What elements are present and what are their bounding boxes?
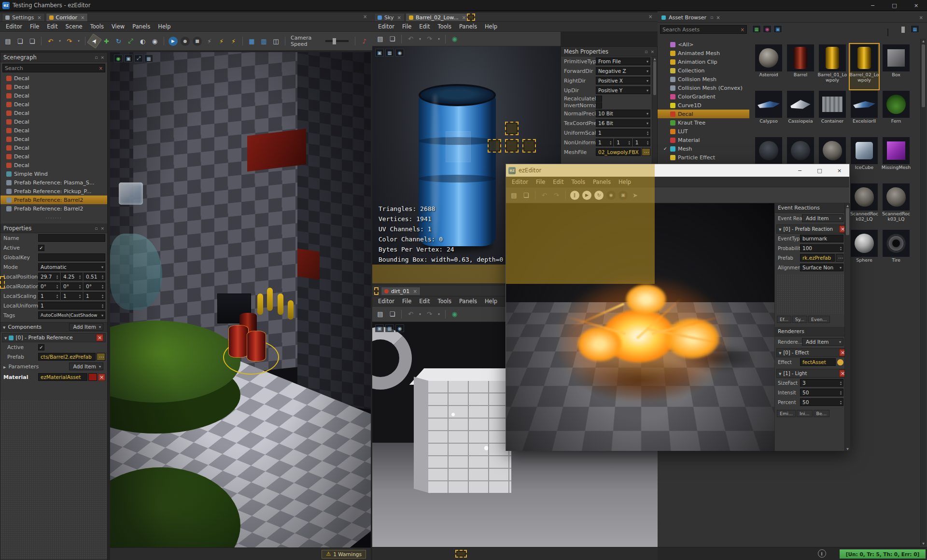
tab-close-icon[interactable] bbox=[397, 15, 401, 20]
asset-thumbnail[interactable]: Cassiopeia bbox=[786, 90, 815, 136]
nonuniform-z-spinner[interactable]: 1 bbox=[633, 139, 650, 146]
tabbar-close-icon[interactable] bbox=[363, 14, 367, 19]
camera-icon[interactable] bbox=[395, 324, 404, 332]
tags-dropdown[interactable]: AutoColMesh|CastShadow bbox=[38, 311, 105, 319]
close-button[interactable]: × bbox=[829, 164, 849, 177]
save-icon[interactable] bbox=[2, 36, 14, 46]
asset-browser-header[interactable]: Asset Browser bbox=[658, 13, 927, 23]
asset-thumbnail[interactable]: Box bbox=[881, 43, 911, 90]
asset-thumbnail[interactable]: ScannedRock02_LQ bbox=[849, 182, 879, 229]
nonuniform-x-spinner[interactable]: 1 bbox=[596, 139, 613, 146]
asset-thumbnail[interactable]: Calypso bbox=[754, 90, 784, 136]
document-tab[interactable]: Corridor bbox=[46, 13, 88, 21]
asset-thumbnail[interactable]: MissingMesh bbox=[881, 136, 911, 182]
menu-item[interactable]: File bbox=[26, 22, 43, 31]
active-checkbox[interactable] bbox=[38, 245, 44, 251]
undo-history-icon[interactable] bbox=[417, 309, 423, 320]
asset-type-item[interactable]: Decal bbox=[658, 110, 749, 118]
clear-search-icon[interactable] bbox=[741, 27, 744, 32]
scenegraph-node[interactable]: Decal bbox=[0, 135, 107, 143]
probability-spinner[interactable]: 100 bbox=[800, 244, 843, 252]
document-tab[interactable]: Sky bbox=[374, 13, 405, 21]
float-panel-icon[interactable] bbox=[710, 15, 713, 20]
copy-icon[interactable] bbox=[387, 34, 398, 44]
grid-icon[interactable] bbox=[246, 36, 257, 46]
asset-thumbnail[interactable]: IceCube bbox=[849, 136, 879, 182]
scenegraph-node[interactable]: Decal bbox=[0, 143, 107, 152]
panel-tab[interactable]: Be... bbox=[814, 410, 829, 417]
camera-speed-slider[interactable] bbox=[325, 40, 349, 42]
material-asset-field[interactable]: ezMaterialAsset bbox=[38, 373, 87, 381]
pivot-icon[interactable] bbox=[149, 36, 160, 46]
menu-item[interactable]: Panels bbox=[455, 297, 481, 306]
properties-header[interactable]: Properties bbox=[0, 224, 107, 233]
grid-icon[interactable] bbox=[385, 324, 394, 332]
minimize-button[interactable]: ─ bbox=[862, 0, 884, 11]
translate-gizmo-icon[interactable] bbox=[101, 36, 112, 46]
filter-meshes-icon[interactable] bbox=[752, 25, 761, 33]
panel-tab[interactable]: Emi... bbox=[777, 410, 796, 417]
asset-thumbnail[interactable]: Barrel_02_Lowpoly bbox=[849, 43, 879, 90]
browse-file-button[interactable] bbox=[642, 148, 650, 156]
thumbnail-size-slider[interactable] bbox=[887, 28, 888, 36]
renderers-header[interactable]: Renderers bbox=[775, 327, 850, 336]
asset-type-item[interactable]: Animated Mesh bbox=[658, 49, 749, 57]
pause-status-icon[interactable] bbox=[818, 549, 826, 558]
scenegraph-node[interactable]: Decal bbox=[0, 100, 107, 109]
scrollbar[interactable]: ▲▼ bbox=[920, 39, 926, 546]
position-y-spinner[interactable]: 4.25 bbox=[61, 273, 83, 280]
document-tab[interactable]: Barrel_02_Low... bbox=[406, 13, 469, 21]
menu-item[interactable]: Editor bbox=[374, 297, 398, 306]
expand-icon[interactable] bbox=[3, 364, 6, 370]
add-parameter-button[interactable]: Add Item bbox=[69, 363, 103, 370]
panel-tab[interactable]: Sy... bbox=[792, 316, 807, 323]
scenegraph-node[interactable]: Prefab Reference: Plasma_S... bbox=[0, 178, 107, 187]
redo-history-icon[interactable] bbox=[76, 36, 82, 46]
dock-handle[interactable] bbox=[0, 276, 5, 289]
nonuniform-y-spinner[interactable]: 1 bbox=[614, 139, 632, 146]
copy-icon[interactable] bbox=[387, 309, 398, 320]
panel-splitter[interactable]: ······· bbox=[0, 216, 107, 221]
effect-group[interactable]: [0] - Effect bbox=[776, 348, 849, 357]
maximize-button[interactable]: □ bbox=[810, 164, 829, 177]
dock-handle[interactable] bbox=[374, 287, 379, 295]
mode-dropdown[interactable]: Automatic bbox=[38, 263, 105, 271]
menu-item[interactable]: Edit bbox=[415, 22, 434, 31]
uniform-scale-spinner[interactable]: 1 bbox=[38, 302, 105, 309]
float-panel-icon[interactable] bbox=[645, 49, 647, 54]
dock-target-right[interactable] bbox=[522, 139, 536, 153]
scenegraph-node[interactable]: Decal bbox=[0, 117, 107, 126]
panel-tab[interactable]: Ini... bbox=[797, 410, 813, 417]
panel-tab[interactable]: Even... bbox=[808, 316, 830, 323]
particle-viewport[interactable] bbox=[506, 203, 775, 451]
tab-close-icon[interactable] bbox=[413, 289, 417, 294]
document-tab[interactable]: Settings bbox=[2, 13, 45, 21]
asset-type-item[interactable]: <All> bbox=[658, 40, 749, 49]
dock-target-center[interactable] bbox=[505, 139, 519, 153]
dock-handle[interactable] bbox=[455, 550, 467, 558]
browse-asset-button[interactable] bbox=[97, 353, 105, 361]
scenegraph-node[interactable]: Decal bbox=[0, 109, 107, 117]
scenegraph-node[interactable]: Prefab Reference: Barrel2 bbox=[0, 204, 107, 213]
save-icon[interactable] bbox=[508, 190, 520, 200]
filter-textures-icon[interactable] bbox=[773, 25, 782, 33]
undo-history-icon[interactable] bbox=[57, 36, 63, 46]
redo-icon[interactable] bbox=[424, 34, 435, 44]
undo-icon[interactable] bbox=[539, 190, 550, 200]
scaling-z-spinner[interactable]: 1 bbox=[84, 292, 105, 300]
asset-type-item[interactable]: Curve1D bbox=[658, 101, 749, 110]
camera-icon[interactable] bbox=[114, 55, 123, 62]
menu-item[interactable]: Editor bbox=[2, 22, 26, 31]
add-component-button[interactable]: Add Item bbox=[69, 323, 103, 331]
asset-type-item[interactable]: Kraut Tree bbox=[658, 118, 749, 127]
asset-thumbnail[interactable]: Tire bbox=[881, 229, 911, 275]
rotate-gizmo-icon[interactable] bbox=[113, 36, 124, 46]
dock-target-top[interactable] bbox=[505, 122, 519, 135]
particle-editor-window[interactable]: ez ezEditor ─ □ × EditorFileEditToolsPan… bbox=[506, 164, 850, 451]
menu-item[interactable]: File bbox=[398, 22, 415, 31]
menu-item[interactable]: Edit bbox=[43, 22, 61, 31]
simulate-icon[interactable] bbox=[216, 36, 227, 46]
simulate-speed-icon[interactable] bbox=[228, 36, 239, 46]
asset-thumbnail[interactable]: Barrel_01_Lowpoly bbox=[817, 43, 847, 90]
asset-thumbnail[interactable]: ScannedRock03_LQ bbox=[881, 182, 911, 229]
